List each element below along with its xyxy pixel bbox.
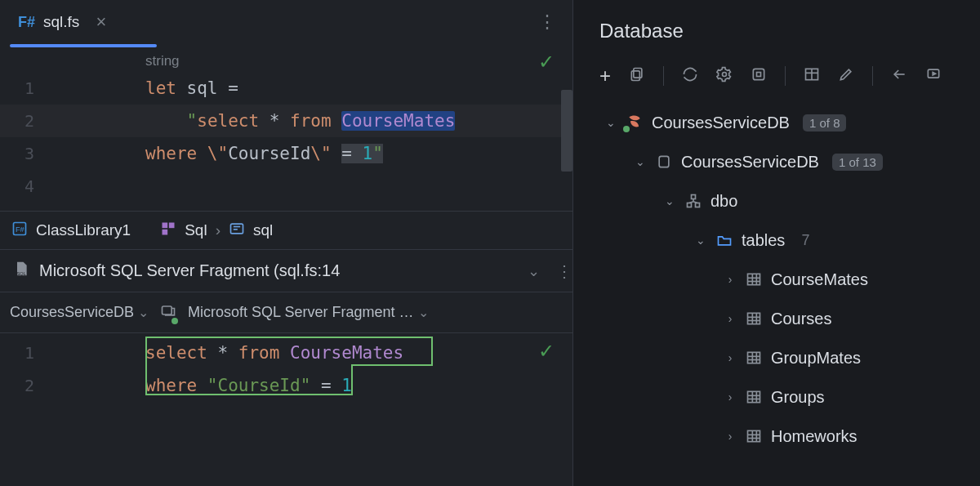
breadcrumb-module[interactable]: Sql — [185, 221, 207, 239]
gutter-line-number: 4 — [0, 176, 49, 196]
separator — [663, 66, 664, 86]
duplicate-icon[interactable] — [629, 66, 645, 87]
count-badge: 1 of 13 — [832, 154, 883, 171]
svg-rect-3 — [169, 222, 175, 228]
code-content: where \"CourseId\" = 1" — [145, 144, 383, 163]
svg-point-12 — [723, 72, 727, 76]
inspection-ok-icon[interactable]: ✓ — [538, 340, 555, 363]
gear-icon[interactable] — [716, 66, 733, 87]
svg-marker-19 — [933, 72, 935, 74]
tree-label: CourseMates — [771, 270, 868, 289]
chevron-right-icon: › — [216, 221, 220, 239]
fragment-menu-icon[interactable]: ⋮ — [556, 261, 572, 281]
datasource-selector[interactable]: CoursesServiceDB ⌄ — [10, 304, 149, 321]
fragment-tab-header: SQL Microsoft SQL Server Fragment (sql.f… — [0, 250, 572, 292]
table-icon — [745, 271, 763, 288]
code-content: "select * from CourseMates — [145, 111, 455, 131]
jump-icon[interactable] — [891, 66, 907, 87]
table-view-icon[interactable] — [804, 66, 820, 87]
inlay-hint: string — [145, 53, 180, 69]
code-line[interactable]: 1 let sql = — [0, 72, 572, 105]
svg-rect-2 — [163, 222, 168, 228]
tree-table[interactable]: ›GroupMates — [590, 338, 980, 377]
chevron-down-icon: ⌄ — [418, 305, 429, 319]
tab-filename: sql.fs — [43, 13, 79, 31]
svg-rect-20 — [659, 156, 669, 167]
refresh-icon[interactable] — [682, 66, 698, 87]
sqlserver-icon — [626, 114, 644, 131]
add-icon[interactable]: + — [599, 65, 611, 87]
table-icon — [745, 389, 763, 405]
code-line[interactable]: 1 select * from CourseMates — [0, 337, 572, 369]
inspection-ok-icon[interactable]: ✓ — [538, 51, 555, 74]
svg-rect-14 — [757, 72, 761, 76]
chevron-right-icon: › — [724, 273, 737, 286]
tree-table[interactable]: ›CourseMates — [590, 260, 980, 299]
session-icon — [160, 302, 176, 323]
stop-icon[interactable] — [751, 66, 767, 87]
svg-rect-10 — [634, 68, 642, 78]
tree-label: GroupMates — [771, 349, 861, 368]
folder-icon — [715, 232, 733, 248]
svg-text:F#: F# — [16, 225, 25, 234]
table-icon — [745, 310, 763, 327]
code-line[interactable]: 2 where "CourseId" = 1 — [0, 369, 572, 402]
tree-schema[interactable]: ⌄ dbo — [590, 181, 980, 221]
fsharp-icon: F# — [18, 14, 35, 31]
tree-label: Homeworks — [771, 427, 858, 446]
tree-table[interactable]: ›Groups — [590, 377, 980, 417]
breadcrumb-symbol[interactable]: sql — [253, 221, 273, 239]
tree-label: CoursesServiceDB — [681, 153, 819, 172]
table-icon — [745, 428, 763, 444]
editor-pane: F# sql.fs × ⋮ ✓ string 1 let sql = 2 "se… — [0, 0, 573, 486]
gutter-line-number: 2 — [0, 111, 49, 131]
close-icon[interactable]: × — [87, 11, 106, 33]
count-badge: 1 of 8 — [803, 114, 847, 132]
chevron-down-icon: ⌄ — [604, 116, 617, 129]
fragment-title[interactable]: Microsoft SQL Server Fragment (sql.fs:14 — [39, 261, 340, 280]
tree-label: CoursesServiceDB — [652, 114, 790, 132]
code-line[interactable]: 2 "select * from CourseMates — [0, 105, 572, 137]
svg-rect-9 — [163, 306, 172, 314]
table-icon — [745, 350, 763, 366]
dialect-selector[interactable]: Microsoft SQL Server Fragment … ⌄ — [188, 304, 428, 321]
svg-rect-22 — [688, 203, 692, 207]
tree-table[interactable]: ›Courses — [590, 299, 980, 338]
svg-rect-4 — [163, 229, 168, 234]
chevron-down-icon: ⌄ — [634, 155, 647, 168]
code-editor-bottom[interactable]: ✓ 1 select * from CourseMates 2 where "C… — [0, 333, 572, 486]
tree-database[interactable]: ⌄ CoursesServiceDB 1 of 13 — [590, 142, 980, 181]
tab-sql-fs[interactable]: F# sql.fs × — [11, 5, 119, 39]
breadcrumb: F# ClassLibrary1 Sql › sql — [0, 211, 572, 250]
svg-rect-21 — [692, 195, 696, 199]
fsharp-project-icon: F# — [11, 221, 28, 241]
svg-rect-47 — [748, 430, 760, 441]
scrollbar[interactable] — [561, 90, 572, 172]
tree-tables-folder[interactable]: ⌄ tables 7 — [590, 221, 980, 260]
chevron-right-icon: › — [724, 430, 737, 443]
tab-menu-icon[interactable]: ⋮ — [538, 11, 556, 33]
count-label: 7 — [801, 232, 809, 249]
code-line[interactable]: 4 — [0, 170, 572, 203]
code-editor-top[interactable]: ✓ string 1 let sql = 2 "select * from Co… — [0, 47, 572, 211]
breadcrumb-project[interactable]: ClassLibrary1 — [36, 221, 131, 239]
edit-icon[interactable] — [838, 66, 854, 87]
tree-datasource[interactable]: ⌄ CoursesServiceDB 1 of 8 — [590, 103, 980, 142]
chevron-down-icon[interactable]: ⌄ — [528, 262, 540, 280]
run-icon[interactable] — [925, 66, 942, 87]
database-toolbar: + — [573, 57, 980, 95]
database-panel: Database + ⌄ — [573, 0, 980, 486]
svg-text:SQL: SQL — [16, 271, 26, 276]
sql-console-toolbar: CoursesServiceDB ⌄ Microsoft SQL Server … — [0, 292, 572, 333]
tree-label: Groups — [771, 388, 825, 407]
svg-line-26 — [693, 202, 697, 203]
chevron-right-icon: › — [724, 390, 737, 404]
sql-file-icon: SQL — [13, 261, 29, 281]
gutter-line-number: 3 — [0, 144, 49, 163]
code-line[interactable]: 3 where \"CourseId\" = 1" — [0, 137, 572, 170]
svg-rect-11 — [631, 70, 639, 80]
tree-table[interactable]: ›Homeworks — [590, 417, 980, 456]
svg-rect-32 — [748, 313, 760, 323]
gutter-line-number: 1 — [0, 78, 49, 98]
separator — [872, 66, 873, 86]
